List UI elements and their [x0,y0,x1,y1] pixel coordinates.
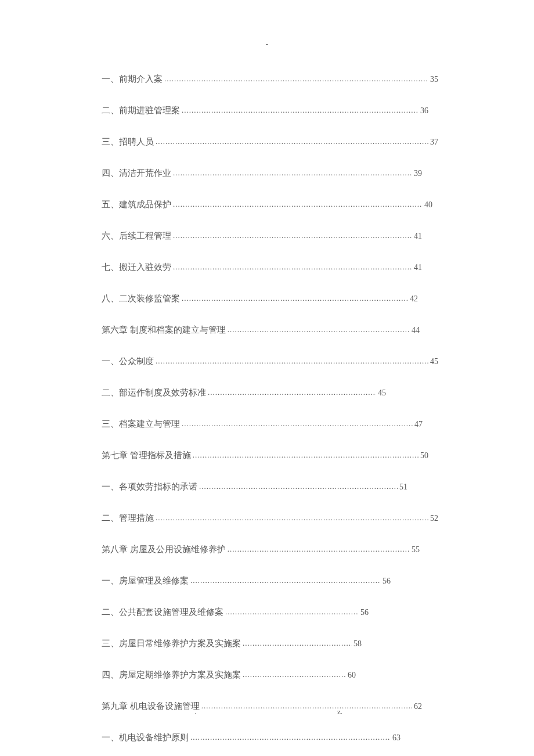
toc-entry: 第六章 制度和档案的建立与管理 44 [102,323,420,337]
toc-page-number: 39 [414,167,422,179]
toc-title: 二、部运作制度及效劳标准 [102,386,206,399]
toc-title: 一、公众制度 [102,355,154,368]
toc-leader-dots [182,105,418,116]
toc-page-number: 44 [412,324,420,336]
toc-page-number: 51 [399,481,407,493]
toc-entry: 五、建筑成品保护 40 [102,198,432,211]
toc-entry: 一、房屋管理及维修案 56 [102,574,391,588]
toc-entry: 八、二次装修监管案 42 [102,292,418,305]
toc-leader-dots [243,669,346,681]
toc-entry: 二、管理措施 52 [102,512,438,525]
page-footer: . z. [0,707,534,717]
toc-leader-dots [156,136,428,147]
toc-page-number: 56 [360,606,369,618]
toc-page-number: 45 [430,355,438,368]
toc-leader-dots [190,732,391,743]
footer-right-text: z. [337,707,342,717]
toc-entry: 一、公众制度 45 [102,355,438,368]
toc-title: 三、招聘人员 [102,135,154,149]
toc-entry: 六、后续工程管理 41 [102,229,422,243]
toc-page-number: 41 [414,230,422,242]
toc-entry: 一、各项效劳指标的承诺 51 [102,480,407,494]
toc-leader-dots [190,575,381,586]
toc-leader-dots [228,543,410,555]
footer-left-dot: . [194,707,196,717]
toc-title: 三、档案建立与管理 [102,417,180,431]
toc-entry: 四、清洁开荒作业 39 [102,167,422,180]
toc-leader-dots [156,355,428,367]
toc-leader-dots [243,638,352,649]
toc-page-number: 47 [414,418,423,430]
toc-entry: 一、机电设备维护原则 63 [102,731,400,744]
toc-title: 二、管理措施 [102,512,154,525]
toc-title: 七、搬迁入驻效劳 [102,261,171,274]
toc-entry: 第七章 管理指标及措施 50 [102,449,428,462]
toc-page-number: 42 [410,293,418,305]
toc-leader-dots [193,449,418,461]
toc-leader-dots [228,324,410,336]
toc-title: 一、房屋管理及维修案 [102,574,189,588]
toc-title: 六、后续工程管理 [102,229,171,243]
toc-leader-dots [173,167,412,179]
toc-page-number: 45 [378,387,386,399]
toc-leader-dots [173,261,412,273]
toc-page-number: 56 [383,575,391,587]
toc-entry: 四、房屋定期维修养护方案及实施案 60 [102,668,356,682]
toc-page-number: 35 [430,73,438,85]
toc-container: 一、前期介入案 35二、前期进驻管理案 36三、招聘人员 37四、清洁开荒作业 … [102,73,438,756]
toc-entry: 二、部运作制度及效劳标准 45 [102,386,386,399]
toc-title: 一、机电设备维护原则 [102,731,189,744]
page-header-dash: - [266,39,268,49]
toc-leader-dots [225,606,359,618]
toc-entry: 三、招聘人员 37 [102,135,438,149]
toc-page-number: 41 [414,261,422,273]
toc-page-number: 37 [430,136,438,148]
toc-title: 二、前期进驻管理案 [102,104,180,117]
toc-title: 八、二次装修监管案 [102,292,180,305]
toc-page-number: 60 [348,669,356,681]
toc-title: 四、清洁开荒作业 [102,167,171,180]
toc-entry: 一、前期介入案 35 [102,73,438,86]
toc-page-number: 36 [420,105,428,117]
toc-entry: 三、房屋日常维修养护方案及实施案 58 [102,637,362,650]
toc-page-number: 63 [392,732,400,744]
toc-page-number: 40 [424,199,432,211]
toc-entry: 二、前期进驻管理案 36 [102,104,428,117]
toc-page-number: 52 [430,512,438,524]
toc-title: 二、公共配套设施管理及维修案 [102,606,223,619]
toc-entry: 二、公共配套设施管理及维修案 56 [102,606,369,619]
toc-title: 五、建筑成品保护 [102,198,171,211]
toc-page-number: 58 [353,638,362,650]
toc-leader-dots [173,230,412,242]
toc-title: 四、房屋定期维修养护方案及实施案 [102,668,241,682]
toc-leader-dots [182,293,408,304]
toc-title: 第六章 制度和档案的建立与管理 [102,323,226,337]
toc-page-number: 55 [412,543,420,556]
toc-leader-dots [208,387,376,398]
toc-leader-dots [173,199,423,210]
toc-title: 三、房屋日常维修养护方案及实施案 [102,637,241,650]
toc-entry: 三、档案建立与管理 47 [102,417,423,431]
toc-title: 第七章 管理指标及措施 [102,449,191,462]
toc-title: 一、各项效劳指标的承诺 [102,480,197,494]
toc-page-number: 50 [420,449,428,462]
toc-entry: 第八章 房屋及公用设施维修养护 55 [102,543,420,556]
toc-leader-dots [199,481,398,492]
toc-leader-dots [156,512,428,524]
toc-entry: 七、搬迁入驻效劳 41 [102,261,422,274]
toc-title: 一、前期介入案 [102,73,163,86]
toc-leader-dots [164,73,428,85]
toc-title: 第八章 房屋及公用设施维修养护 [102,543,226,556]
toc-leader-dots [182,418,413,430]
